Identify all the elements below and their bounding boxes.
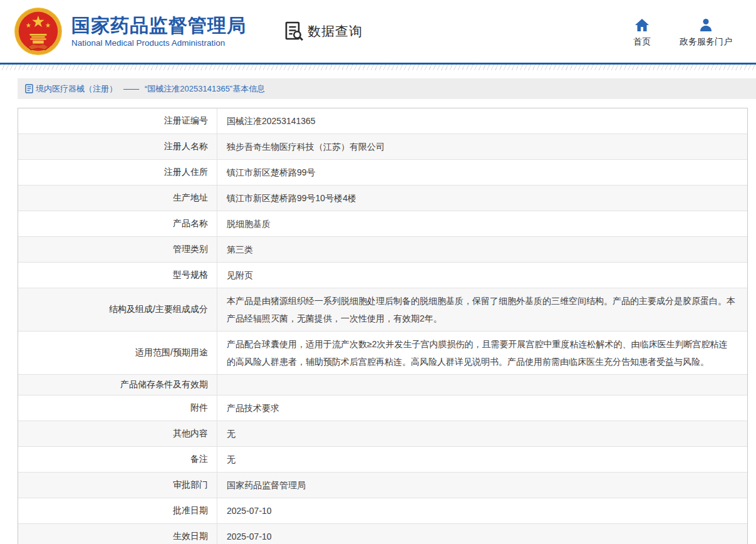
row-label: 其他内容 bbox=[18, 421, 217, 446]
home-icon bbox=[634, 18, 650, 33]
table-row: 生产地址镇江市新区楚桥路99号10号楼4楼 bbox=[18, 186, 747, 211]
row-label: 适用范围/预期用途 bbox=[18, 332, 217, 374]
document-icon bbox=[25, 84, 33, 93]
table-row: 注册证编号国械注准20253141365 bbox=[18, 108, 747, 134]
table-row: 型号规格见附页 bbox=[18, 263, 747, 288]
row-value: 镇江市新区楚桥路99号 bbox=[217, 160, 747, 185]
row-value: 国家药品监督管理局 bbox=[217, 473, 747, 498]
data-query-section: 数据查询 bbox=[285, 21, 363, 41]
nav-gov-portal[interactable]: 政务服务门户 bbox=[680, 18, 732, 48]
row-value: 无 bbox=[217, 421, 747, 446]
row-value: 无 bbox=[217, 447, 747, 472]
hatch-divider bbox=[0, 65, 756, 70]
row-label: 产品储存条件及有效期 bbox=[18, 375, 217, 395]
table-row: 结构及组成/主要组成成分本产品是由猪源组织经一系列脱细胞处理后制备的脱细胞基质，… bbox=[18, 288, 747, 332]
table-row: 批准日期2025-07-10 bbox=[18, 498, 747, 524]
row-value: 见附页 bbox=[217, 263, 747, 288]
row-label: 生效日期 bbox=[18, 524, 217, 544]
row-value: 国械注准20253141365 bbox=[217, 108, 747, 133]
table-row: 生效日期2025-07-10 bbox=[18, 524, 747, 544]
table-row: 产品名称脱细胞基质 bbox=[18, 211, 747, 237]
table-row: 附件产品技术要求 bbox=[18, 395, 747, 421]
header-nav: 首页 政务服务门户 bbox=[633, 18, 732, 48]
table-row: 审批部门国家药品监督管理局 bbox=[18, 473, 747, 498]
breadcrumb-category[interactable]: 境内医疗器械（注册） bbox=[36, 83, 117, 95]
site-header: 国家药品监督管理局 National Medical Products Admi… bbox=[0, 0, 756, 63]
row-label: 产品名称 bbox=[18, 211, 217, 236]
table-row: 适用范围/预期用途产品配合球囊使用，适用于流产次数≥2次并发生子宫内膜损伤的，且… bbox=[18, 332, 747, 375]
row-value: 镇江市新区楚桥路99号10号楼4楼 bbox=[217, 186, 747, 211]
row-label: 型号规格 bbox=[18, 263, 217, 288]
site-subtitle: National Medical Products Administration bbox=[71, 38, 246, 48]
row-value: 2025-07-10 bbox=[217, 498, 747, 523]
row-value: 独步吾奇生物医疗科技（江苏）有限公司 bbox=[217, 134, 747, 159]
row-value: 本产品是由猪源组织经一系列脱细胞处理后制备的脱细胞基质，保留了细胞外基质的三维空… bbox=[217, 288, 747, 331]
row-value: 脱细胞基质 bbox=[217, 211, 747, 236]
row-label: 管理类别 bbox=[18, 237, 217, 262]
row-label: 附件 bbox=[18, 395, 217, 421]
table-row: 产品储存条件及有效期 bbox=[18, 375, 747, 395]
row-label: 结构及组成/主要组成成分 bbox=[18, 288, 217, 331]
document-search-icon bbox=[285, 21, 304, 41]
breadcrumb-separator: —— bbox=[123, 84, 138, 93]
breadcrumb-current: “国械注准20253141365”基本信息 bbox=[145, 83, 265, 95]
row-label: 备注 bbox=[18, 447, 217, 472]
table-row: 注册人名称独步吾奇生物医疗科技（江苏）有限公司 bbox=[18, 134, 747, 160]
row-label: 注册人住所 bbox=[18, 160, 217, 185]
table-row: 注册人住所镇江市新区楚桥路99号 bbox=[18, 160, 747, 186]
nav-home-label: 首页 bbox=[633, 36, 651, 48]
row-label: 生产地址 bbox=[18, 186, 217, 211]
nav-gov-portal-label: 政务服务门户 bbox=[680, 36, 732, 48]
registration-info-table: 注册证编号国械注准20253141365 注册人名称独步吾奇生物医疗科技（江苏）… bbox=[18, 108, 748, 544]
table-row: 其他内容无 bbox=[18, 421, 747, 447]
row-value bbox=[217, 375, 747, 395]
data-query-title: 数据查询 bbox=[308, 23, 363, 40]
row-label: 注册证编号 bbox=[18, 108, 217, 133]
brand-block: 国家药品监督管理局 National Medical Products Admi… bbox=[71, 15, 246, 48]
national-emblem-logo bbox=[14, 7, 63, 56]
row-label: 批准日期 bbox=[18, 498, 217, 523]
row-value: 2025-07-10 bbox=[217, 524, 747, 544]
row-value: 产品技术要求 bbox=[217, 395, 747, 421]
row-value: 产品配合球囊使用，适用于流产次数≥2次并发生子宫内膜损伤的，且需要开展宫腔中重度… bbox=[217, 332, 747, 374]
row-value: 第三类 bbox=[217, 237, 747, 262]
row-label: 注册人名称 bbox=[18, 134, 217, 159]
breadcrumb: 境内医疗器械（注册） —— “国械注准20253141365”基本信息 bbox=[18, 78, 756, 99]
user-icon bbox=[698, 18, 713, 33]
site-title: 国家药品监督管理局 bbox=[71, 15, 246, 37]
nav-home[interactable]: 首页 bbox=[633, 18, 651, 48]
row-label: 审批部门 bbox=[18, 473, 217, 498]
table-row: 管理类别第三类 bbox=[18, 237, 747, 263]
table-row: 备注无 bbox=[18, 447, 747, 473]
